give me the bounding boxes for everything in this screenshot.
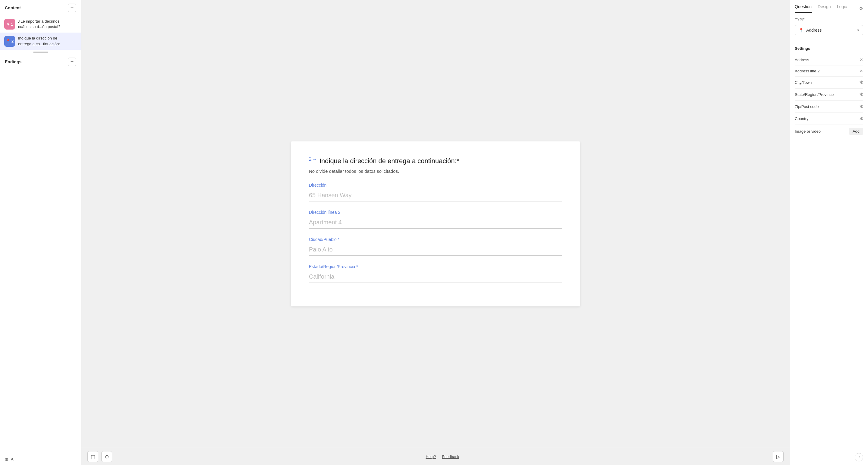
settings-label-address2: Address line 2 [795,69,819,73]
type-section: Type 📍 Address ▾ [790,13,868,40]
sidebar-item-text-2: Indique la dirección de entrega a co...t… [18,36,60,47]
sidebar-number-2: 2 [11,39,13,43]
form-field-direccion: Dirección [309,183,562,201]
accessibility-icon: ⊙ [105,454,109,460]
bottom-bar: ◫ ⊙ Help? Feedback ▷ [82,448,789,465]
right-panel-footer: ? [790,449,868,465]
settings-label-state: State/Region/Province [795,92,834,97]
dropdown-chevron-icon: ▾ [857,28,859,33]
content-section-header: Content + [0,0,81,16]
type-select-dropdown[interactable]: 📍 Address ▾ [795,25,863,35]
settings-icon-country[interactable]: ✱ [859,116,863,121]
sidebar-number-1: 1 [11,22,13,27]
add-endings-button[interactable]: + [68,58,76,66]
settings-icon-address2[interactable]: ✕ [860,68,863,73]
gear-icon: ⚙ [859,6,863,11]
settings-row-zip: Zip/Post code ✱ [795,101,863,113]
sidebar-badge-2: 📍 2 [4,36,15,47]
scroll-bar [33,52,48,53]
help-button[interactable]: ? [855,453,863,461]
form-field-ciudad: Ciudad/Pueblo * [309,237,562,256]
right-panel: Question Design Logic ⚙ Type 📍 Address ▾… [789,0,868,465]
settings-icon-state[interactable]: ✱ [859,92,863,97]
tab-design[interactable]: Design [818,4,831,13]
scroll-indicator [0,50,81,55]
question-number: 2 → [309,156,317,162]
settings-row-country: Country ✱ [795,113,863,125]
settings-label-zip: Zip/Post code [795,104,819,109]
field-label-estado: Estado/Región/Provincia * [309,264,562,269]
feedback-link[interactable]: Feedback [442,455,459,459]
bottom-bar-center: Help? Feedback [426,455,459,459]
form-field-direccion2: Dirección línea 2 [309,210,562,229]
settings-section: Settings Address ✕ Address line 2 ✕ City… [790,40,868,143]
sidebar-item-text-1: ¿Le importaría decirnos cuál es su d...ó… [18,19,60,30]
sidebar-bottom-label: A [11,457,13,461]
tab-logic[interactable]: Logic [837,4,847,13]
bottom-bar-left: ◫ ⊙ [87,451,112,462]
sidebar-item-1[interactable]: ☀ 1 ¿Le importaría decirnos cuál es su d… [0,16,81,33]
settings-gear-button[interactable]: ⚙ [859,6,863,11]
tab-question[interactable]: Question [795,4,812,13]
settings-row-address: Address ✕ [795,54,863,65]
settings-title: Settings [795,46,863,51]
form-card: 2 → Indique la dirección de entrega a co… [291,141,580,307]
help-icon: ? [858,455,860,460]
sidebar-badge-icon-1: ☀ [6,22,10,27]
add-content-button[interactable]: + [68,4,76,12]
field-input-estado[interactable] [309,271,562,283]
sidebar-badge-icon-2: 📍 [6,39,10,43]
field-input-direccion[interactable] [309,190,562,201]
field-label-direccion2: Dirección línea 2 [309,210,562,215]
field-label-direccion: Dirección [309,183,562,187]
form-field-estado: Estado/Región/Provincia * [309,264,562,283]
settings-label-country: Country [795,116,809,121]
sidebar-badge-1: ☀ 1 [4,19,15,30]
endings-section-header: Endings + [0,55,81,69]
content-label: Content [5,5,21,10]
sidebar-toggle-icon: ◫ [91,454,95,460]
settings-row-address2: Address line 2 ✕ [795,65,863,77]
settings-icon-city[interactable]: ✱ [859,80,863,85]
settings-label-address: Address [795,58,809,62]
sidebar-item-2[interactable]: 📍 2 Indique la dirección de entrega a co… [0,33,81,50]
help-link[interactable]: Help? [426,455,436,459]
field-label-ciudad: Ciudad/Pueblo * [309,237,562,242]
field-input-direccion2[interactable] [309,216,562,229]
sidebar-bottom-item[interactable]: ▦ A [5,457,76,461]
settings-label-city: City/Town [795,80,812,85]
add-media-button[interactable]: Add [849,128,863,135]
type-icon: 📍 [799,28,804,33]
sidebar: Content + ☀ 1 ¿Le importaría decirnos cu… [0,0,82,465]
settings-row-city: City/Town ✱ [795,77,863,89]
form-preview-area: 2 → Indique la dirección de entrega a co… [82,0,789,448]
question-title: Indique la dirección de entrega a contin… [319,156,459,166]
image-video-label: Image or video [795,129,821,134]
main-content: 2 → Indique la dirección de entrega a co… [82,0,789,465]
accessibility-button[interactable]: ⊙ [101,451,112,462]
sidebar-toggle-button[interactable]: ◫ [87,451,98,462]
sidebar-bottom: ▦ A [0,453,81,465]
sidebar-bottom-icon: ▦ [5,457,8,461]
field-input-ciudad[interactable] [309,244,562,256]
bottom-bar-right: ▷ [773,451,784,462]
navigate-right-button[interactable]: ▷ [773,451,784,462]
right-panel-tabs: Question Design Logic ⚙ [790,0,868,13]
navigate-right-icon: ▷ [776,454,780,460]
type-label: Type [795,18,863,22]
settings-row-state: State/Region/Province ✱ [795,89,863,101]
endings-label: Endings [5,59,22,64]
settings-icon-zip[interactable]: ✱ [859,104,863,110]
image-video-row: Image or video Add [795,125,863,138]
question-subtitle: No olvide detallar todos los datos solic… [309,169,562,174]
type-value: Address [806,28,822,33]
settings-icon-address[interactable]: ✕ [860,57,863,62]
question-header: 2 → Indique la dirección de entrega a co… [309,156,562,166]
